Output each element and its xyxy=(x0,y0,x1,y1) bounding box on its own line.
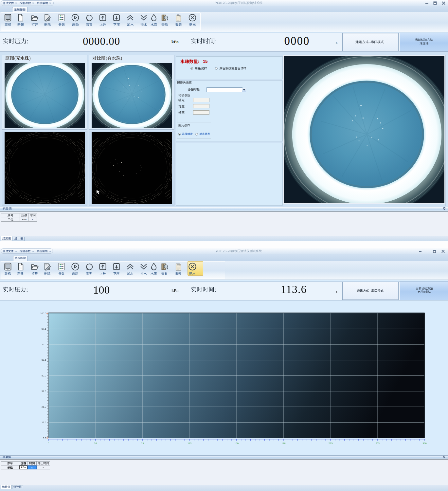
svg-text:113: 113 xyxy=(188,442,191,445)
svg-text:100.0: 100.0 xyxy=(40,312,46,315)
svg-text:0.0: 0.0 xyxy=(43,437,46,440)
svg-text:300: 300 xyxy=(422,442,427,445)
svg-text:37.5: 37.5 xyxy=(42,390,46,393)
svg-text:25.0: 25.0 xyxy=(42,405,46,408)
svg-text:75.0: 75.0 xyxy=(42,343,46,346)
svg-text:225: 225 xyxy=(329,442,333,445)
svg-text:87.5: 87.5 xyxy=(42,327,46,330)
svg-text:38: 38 xyxy=(94,442,97,445)
svg-text:263: 263 xyxy=(376,442,380,445)
svg-text:50.0: 50.0 xyxy=(42,374,46,377)
svg-text:75: 75 xyxy=(141,442,144,445)
svg-text:12.5: 12.5 xyxy=(42,421,46,424)
svg-text:0: 0 xyxy=(48,442,49,445)
svg-text:62.5: 62.5 xyxy=(42,358,46,361)
svg-text:188: 188 xyxy=(281,442,286,445)
svg-text:150: 150 xyxy=(235,442,239,445)
